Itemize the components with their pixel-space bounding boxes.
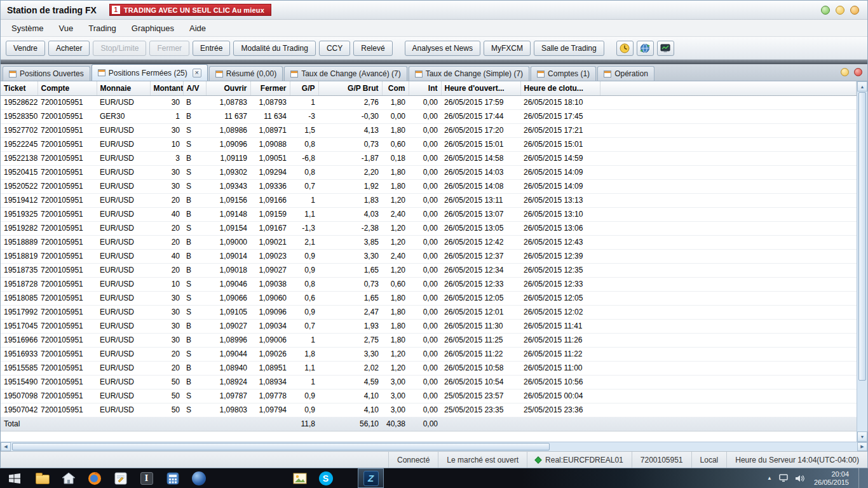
network-icon[interactable] [779,474,788,482]
column-header-heure-d-ouvert[interactable]: Heure d'ouvert... [441,81,520,95]
scroll-left-icon[interactable]: ◀ [1,442,11,451]
minimize-button[interactable] [821,6,830,15]
tab-close-all-icon[interactable] [854,68,862,76]
column-header-monnaie[interactable]: Monnaie [97,81,150,95]
column-header-int[interactable]: Int [409,81,441,95]
tab-close-icon[interactable]: × [193,69,201,78]
market-monitor-icon[interactable] [657,41,674,56]
menu-aide[interactable]: Aide [182,21,214,36]
cell: 1,09026 [250,347,290,361]
table-row[interactable]: 195180857200105951EUR/USD30S1,090661,090… [1,291,857,305]
horizontal-scroll-thumb[interactable] [12,443,550,451]
skype-icon[interactable]: S [313,468,339,488]
cell: 19519412 [1,193,37,207]
toolbar-button-modalit-du-trading[interactable]: Modalité du Trading [233,41,315,56]
start-button[interactable] [0,468,29,488]
table-row[interactable]: 195070427200105951EUR/USD50S1,098031,097… [1,403,857,417]
photo-viewer-icon[interactable] [287,468,313,488]
window-title: Station de trading FX [7,5,97,15]
clock-icon[interactable] [616,41,634,56]
table-row[interactable]: 195170457200105951EUR/USD30B1,090271,090… [1,319,857,333]
menu-trading[interactable]: Trading [81,21,124,36]
cell-filler [600,389,857,403]
toolbar-button-analyses-et-news[interactable]: Analyses et News [405,41,480,56]
tab-taux-de-change-avanc-7[interactable]: Taux de Change (Avancé) (7) [284,66,407,81]
table-row[interactable]: 195194127200105951EUR/USD20B1,091561,091… [1,193,857,207]
taskbar-clock[interactable]: 20:04 26/05/2015 [811,470,851,487]
table-row[interactable]: 195205227200105951EUR/USD30S1,093431,093… [1,179,857,193]
trading-station-window: Station de trading FX 1 TRADING AVEC UN … [0,0,868,468]
scroll-up-icon[interactable]: ▲ [857,81,867,92]
volume-icon[interactable] [795,475,804,482]
firefox-icon[interactable] [81,468,107,488]
table-row[interactable]: 195070987200105951EUR/USD50S1,097871,097… [1,389,857,403]
table-row[interactable]: 195192827200105951EUR/USD20S1,091541,091… [1,221,857,235]
table-row[interactable]: 195169337200105951EUR/USD20S1,090441,090… [1,347,857,361]
close-button[interactable] [850,6,859,15]
table-row[interactable]: 195188897200105951EUR/USD20B1,090001,090… [1,235,857,249]
show-desktop-button[interactable] [858,468,863,488]
tab-positions-ouvertes[interactable]: Positions Ouvertes [3,66,90,81]
toolbar-button-ccy[interactable]: CCY [319,41,350,56]
trading-station-taskbar-icon[interactable]: Z [358,468,384,488]
table-row[interactable]: 195286227200105951EUR/USD30B1,087831,087… [1,95,857,109]
toolbar-button-acheter[interactable]: Acheter [48,41,90,56]
hidden-icons-chevron-icon[interactable]: ▲ [767,475,772,481]
browser-globe-icon[interactable] [186,468,212,488]
text-editor-icon[interactable]: I [133,468,159,488]
calculator-icon[interactable] [159,468,186,488]
table-row[interactable]: 195187287200105951EUR/USD10S1,090461,090… [1,277,857,291]
column-header-compte[interactable]: Compte [37,81,97,95]
tab-taux-de-change-simple-7[interactable]: Taux de Change (Simple) (7) [409,66,529,81]
cell: 0,7 [290,179,318,193]
scroll-right-icon[interactable]: ▶ [857,442,867,451]
column-header-com[interactable]: Com [382,81,409,95]
vertical-scrollbar[interactable]: ▲ ▼ [857,81,867,442]
table-row[interactable]: 195179927200105951EUR/USD30S1,091051,090… [1,305,857,319]
vertical-scroll-thumb[interactable] [858,92,866,381]
table-row[interactable]: 195204157200105951EUR/USD30S1,093021,092… [1,165,857,179]
table-row[interactable]: 195277027200105951EUR/USD30S1,089861,089… [1,123,857,137]
file-explorer-icon[interactable] [29,468,55,488]
scroll-down-icon[interactable]: ▼ [857,431,867,442]
toolbar-button-entr-e[interactable]: Entrée [193,41,230,56]
cell: 26/05/2015 13:11 [441,193,520,207]
menu-syst-me[interactable]: Système [4,21,51,36]
toolbar-button-vendre[interactable]: Vendre [6,41,45,56]
column-header-montant[interactable]: Montant [150,81,183,95]
table-row[interactable]: 195169667200105951EUR/USD30B1,089961,090… [1,333,857,347]
toolbar-button-salle-de-trading[interactable]: Salle de Trading [534,41,604,56]
menu-graphiques[interactable]: Graphiques [124,21,182,36]
toolbar-button-relev[interactable]: Relevé [353,41,392,56]
column-header-g-p-brut[interactable]: G/P Brut [318,81,382,95]
table-row[interactable]: 195155857200105951EUR/USD20B1,089401,089… [1,361,857,375]
column-header-ticket[interactable]: Ticket [1,81,37,95]
cell: 4,10 [318,403,382,417]
table-row[interactable]: 195283507200105951GER301B11 63711 634-3-… [1,109,857,123]
table-row[interactable]: 195154907200105951EUR/USD50B1,089241,089… [1,375,857,389]
table-row[interactable]: 195187357200105951EUR/USD20B1,090181,090… [1,263,857,277]
table-row[interactable]: 195221387200105951EUR/USD3B1,091191,0905… [1,151,857,165]
column-header-ouvrir[interactable]: Ouvrir [206,81,250,95]
cell: 26/05/2015 11:22 [520,347,600,361]
toolbar-button-myfxcm[interactable]: MyFXCM [484,41,531,56]
tab-positions-ferm-es-25[interactable]: Positions Fermées (25)× [92,64,208,81]
tab-comptes-1[interactable]: Comptes (1) [531,66,596,81]
home-icon[interactable] [55,468,81,488]
menu-vue[interactable]: Vue [51,21,81,36]
notepad-icon[interactable] [107,468,133,488]
tab-r-sum-0-00[interactable]: Résumé (0,00) [209,66,283,81]
maximize-button[interactable] [836,6,844,15]
table-row[interactable]: 195222457200105951EUR/USD10S1,090961,090… [1,137,857,151]
column-header-fermer[interactable]: Fermer [250,81,290,95]
one-click-trading-banner[interactable]: 1 TRADING AVEC UN SEUL CLIC Au mieux [109,4,271,16]
refresh-globe-icon[interactable] [637,41,654,56]
tab-op-ration[interactable]: Opération [597,66,654,81]
column-header-a-v[interactable]: A/V [183,81,206,95]
column-header-heure-de-clotu[interactable]: Heure de clotu... [520,81,600,95]
tab-minimize-icon[interactable] [841,68,849,76]
column-header-g-p[interactable]: G/P [290,81,318,95]
horizontal-scrollbar[interactable]: ◀ ▶ [1,442,867,451]
table-row[interactable]: 195193257200105951EUR/USD40B1,091481,091… [1,207,857,221]
table-row[interactable]: 195188197200105951EUR/USD40B1,090141,090… [1,249,857,263]
